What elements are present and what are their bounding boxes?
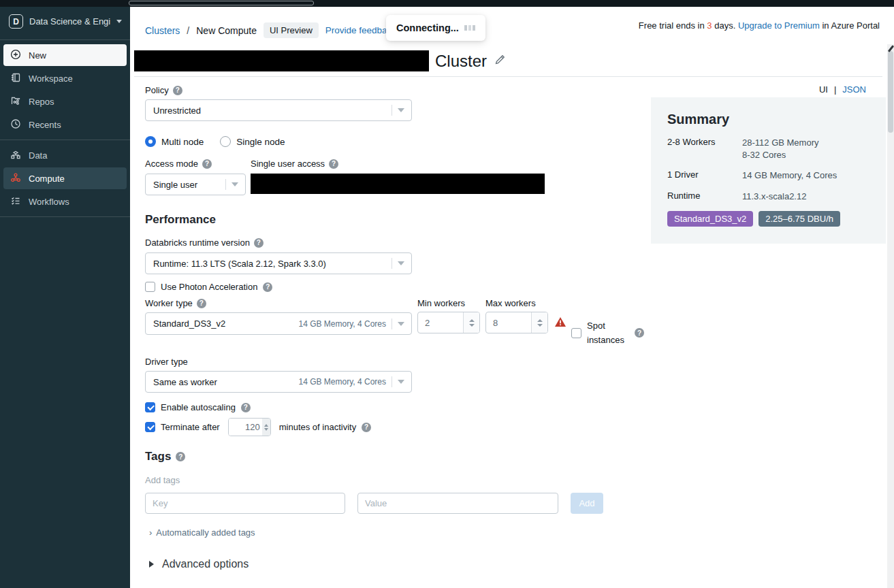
tag-key-input[interactable] <box>145 493 345 514</box>
sidebar-item-label: Compute <box>29 174 65 184</box>
trial-banner: Free trial ends in 3 days. Upgrade to Pr… <box>639 20 880 31</box>
ui-preview-badge: UI Preview <box>264 22 319 38</box>
help-icon[interactable] <box>362 423 371 432</box>
summary-row-driver: 1 Driver 14 GB Memory, 4 Cores <box>667 169 869 182</box>
runtime-version-select[interactable]: Runtime: 11.3 LTS (Scala 2.12, Spark 3.3… <box>145 252 412 274</box>
node-type-radio-group: Multi node Single node <box>145 136 285 147</box>
help-icon[interactable] <box>176 452 185 461</box>
chevron-down-icon <box>232 182 238 186</box>
scrollbar-thumb[interactable] <box>888 51 893 133</box>
clock-icon <box>10 118 21 131</box>
workflows-icon <box>10 195 21 208</box>
toggle-json[interactable]: JSON <box>842 84 866 95</box>
access-mode-label: Access mode <box>145 159 212 169</box>
help-icon[interactable] <box>241 403 251 412</box>
advanced-options-label: Advanced options <box>162 558 249 570</box>
worker-spec-hint: 14 GB Memory, 4 Cores <box>299 319 386 329</box>
help-icon[interactable] <box>202 159 212 169</box>
breadcrumb-clusters-link[interactable]: Clusters <box>145 25 180 36</box>
runtime-version-label: Databricks runtime version <box>145 238 264 248</box>
help-icon[interactable] <box>263 282 272 292</box>
sidebar-item-new[interactable]: New <box>3 44 127 66</box>
trial-text: days. <box>714 20 735 31</box>
sidebar-item-label: Recents <box>29 120 61 130</box>
worker-type-select[interactable]: Standard_DS3_v2 14 GB Memory, 4 Cores <box>145 312 412 335</box>
help-icon[interactable] <box>173 86 182 95</box>
max-workers-stepper[interactable] <box>485 312 548 333</box>
sidebar-item-compute[interactable]: Compute <box>3 167 127 189</box>
help-icon[interactable] <box>329 159 338 169</box>
summary-value: 11.3.x-scala2.12 <box>742 191 806 203</box>
terminate-label-prefix: Terminate after <box>161 422 220 432</box>
summary-row-workers: 2-8 Workers 28-112 GB Memory 8-32 Cores <box>667 137 869 161</box>
stepper-arrows-icon[interactable] <box>531 312 547 333</box>
repos-icon <box>10 95 21 108</box>
triangle-right-icon <box>149 561 154 568</box>
databricks-logo-icon: D <box>9 14 23 29</box>
autoscaling-row: Enable autoscaling <box>145 402 251 412</box>
help-icon[interactable] <box>197 299 206 308</box>
dbu-badge: 2.25–6.75 DBU/h <box>759 211 840 227</box>
driver-type-label: Driver type <box>145 357 188 367</box>
vertical-scrollbar[interactable] <box>887 44 894 588</box>
max-workers-label: Max workers <box>485 298 536 308</box>
terminate-row: Terminate after minutes of inactivity <box>145 418 371 436</box>
view-toggle: UI | JSON <box>819 84 866 95</box>
add-tag-button[interactable]: Add <box>571 493 603 514</box>
photon-checkbox[interactable] <box>145 282 155 292</box>
summary-label: 1 Driver <box>667 169 742 182</box>
single-node-radio[interactable]: Single node <box>220 136 285 147</box>
autoscaling-label: Enable autoscaling <box>161 402 236 412</box>
terminate-checkbox[interactable] <box>145 422 155 432</box>
sidebar-item-repos[interactable]: Repos <box>3 91 127 112</box>
policy-select[interactable]: Unrestricted <box>145 99 412 121</box>
spot-instances-label: Spot instances <box>587 318 629 348</box>
sidebar-item-data[interactable]: Data <box>3 144 127 166</box>
advanced-options-expander[interactable]: Advanced options <box>149 558 249 570</box>
terminate-minutes-input[interactable] <box>229 419 262 436</box>
chevron-down-icon <box>398 380 404 384</box>
radio-selected-icon <box>145 136 156 147</box>
tag-value-input[interactable] <box>357 493 558 514</box>
max-workers-input[interactable] <box>486 312 531 333</box>
sidebar-divider <box>0 140 130 140</box>
cluster-name-redaction <box>134 50 429 71</box>
edit-pencil-icon[interactable] <box>494 54 506 68</box>
trial-text: Free trial ends in <box>639 20 705 31</box>
chevron-down-icon <box>398 322 404 326</box>
toggle-ui[interactable]: UI <box>819 84 828 95</box>
page-title: Cluster <box>435 52 487 71</box>
new-compute-page: D Data Science & Engi... New Workspace R… <box>0 0 894 588</box>
min-workers-input[interactable] <box>418 312 463 333</box>
sidebar-item-workflows[interactable]: Workflows <box>3 191 127 212</box>
tags-heading: Tags <box>145 450 185 463</box>
workspace-switcher[interactable]: D Data Science & Engi... <box>0 7 130 35</box>
toast-text: Connecting... <box>396 22 459 33</box>
sidebar-item-recents[interactable]: Recents <box>3 114 127 135</box>
access-mode-select[interactable]: Single user <box>145 174 246 195</box>
single-user-access-label: Single user access <box>251 159 338 169</box>
upgrade-premium-link[interactable]: Upgrade to Premium <box>738 20 820 31</box>
summary-row-runtime: Runtime 11.3.x-scala2.12 <box>667 191 869 203</box>
multi-node-radio[interactable]: Multi node <box>145 136 204 147</box>
sidebar-item-workspace[interactable]: Workspace <box>3 67 127 89</box>
sidebar: D Data Science & Engi... New Workspace R… <box>0 7 130 588</box>
performance-heading: Performance <box>145 213 216 227</box>
spot-instances-checkbox[interactable] <box>571 328 581 338</box>
sidebar-item-label: Data <box>29 150 47 161</box>
help-icon[interactable] <box>254 238 264 248</box>
terminate-minutes-stepper[interactable] <box>228 418 271 436</box>
radio-label: Single node <box>236 137 285 147</box>
min-workers-stepper[interactable] <box>417 312 480 333</box>
chevron-down-icon <box>116 20 122 23</box>
help-icon[interactable] <box>635 328 644 338</box>
radio-label: Multi node <box>161 137 204 147</box>
driver-type-select[interactable]: Same as worker 14 GB Memory, 4 Cores <box>145 371 412 393</box>
auto-tags-expander[interactable]: › Automatically added tags <box>149 527 255 538</box>
autoscaling-checkbox[interactable] <box>145 402 155 412</box>
stepper-arrows-icon[interactable] <box>463 312 479 333</box>
spot-instances-row: Spot instances <box>571 318 644 348</box>
browser-top-strip <box>0 0 894 7</box>
warning-icon[interactable] <box>555 317 566 329</box>
stepper-arrows-icon[interactable] <box>262 419 270 436</box>
